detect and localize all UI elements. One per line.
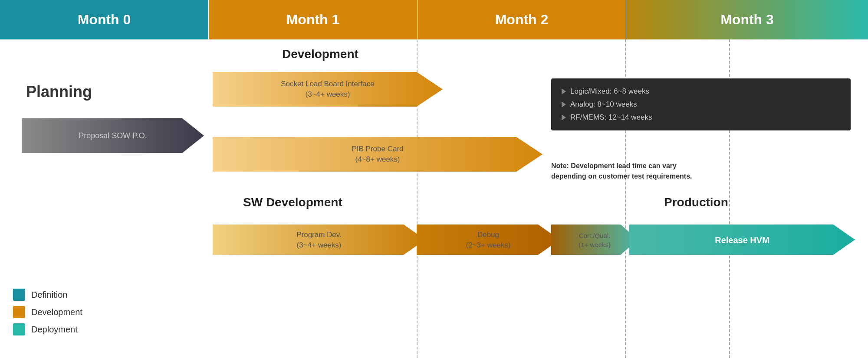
debug-label: Debug(2~3+ weeks): [466, 230, 511, 251]
arrow-corr-qual: Corr./Qual.(1+ weeks): [551, 219, 638, 260]
header-month3: Month 3: [626, 0, 868, 39]
release-hvm-label: Release HVM: [715, 234, 769, 246]
deployment-swatch: [13, 323, 25, 335]
left-panel: Planning Proposal SOW P.O. Definition: [0, 39, 208, 358]
arrow-socket-load: Socket Load Board Interface(3~4+ weeks): [213, 65, 443, 113]
legend-development: Development: [13, 306, 82, 318]
info-item-3: RF/MEMS: 12~14 weeks: [562, 113, 840, 122]
triangle-icon-1: [562, 88, 566, 94]
program-dev-label: Program Dev.(3~4+ weeks): [296, 230, 342, 251]
right-content: Development Socket Load Board Interface(…: [208, 39, 868, 358]
info-box: Logic/Mixed: 6~8 weeks Analog: 8~10 week…: [551, 78, 851, 130]
definition-label: Definition: [31, 290, 67, 300]
header-month0: Month 0: [0, 0, 208, 39]
legend-deployment: Deployment: [13, 323, 82, 335]
note-text: Note: Development lead time can varydepe…: [551, 161, 851, 182]
sw-development-title: SW Development: [243, 195, 342, 209]
info-item-1: Logic/Mixed: 6~8 weeks: [562, 87, 840, 96]
deployment-label: Deployment: [31, 325, 78, 335]
legend-definition: Definition: [13, 289, 82, 301]
development-label: Development: [31, 307, 82, 317]
arrow-debug: Debug(2~3+ weeks): [417, 219, 560, 260]
pib-probe-label: PIB Probe Card(4~8+ weeks): [352, 144, 403, 165]
info-item-2: Analog: 8~10 weeks: [562, 100, 840, 109]
triangle-icon-2: [562, 101, 566, 107]
month3-label: Month 3: [720, 12, 774, 28]
arrow-program-dev: Program Dev.(3~4+ weeks): [213, 219, 425, 260]
main-area: Planning Proposal SOW P.O. Definition: [0, 39, 868, 358]
socket-load-label: Socket Load Board Interface(3~4+ weeks): [281, 79, 374, 100]
month0-label: Month 0: [78, 12, 131, 28]
corr-qual-label: Corr./Qual.(1+ weeks): [579, 231, 611, 249]
arrow-release-hvm: Release HVM: [629, 219, 855, 260]
header-row: Month 0 Month 1 Month 2 Month 3: [0, 0, 868, 39]
header-month2: Month 2: [418, 0, 626, 39]
header-month1: Month 1: [209, 0, 417, 39]
development-title: Development: [282, 47, 358, 61]
planning-title: Planning: [26, 83, 195, 101]
legend: Definition Development Deployment: [13, 289, 82, 341]
triangle-icon-3: [562, 114, 566, 120]
month2-label: Month 2: [495, 12, 549, 28]
planning-arrow-label: Proposal SOW P.O.: [79, 131, 147, 140]
planning-arrow: Proposal SOW P.O.: [22, 110, 204, 162]
arrow-pib-probe: PIB Probe Card(4~8+ weeks): [213, 130, 542, 178]
development-swatch: [13, 306, 25, 318]
month1-label: Month 1: [286, 12, 340, 28]
production-title: Production: [664, 195, 728, 209]
definition-swatch: [13, 289, 25, 301]
